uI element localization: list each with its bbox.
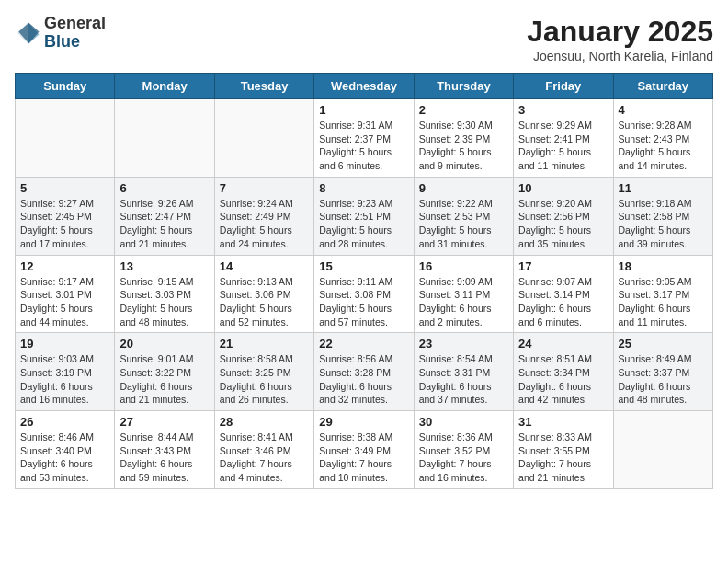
calendar-week-row: 19Sunrise: 9:03 AMSunset: 3:19 PMDayligh… xyxy=(16,333,713,411)
day-number: 13 xyxy=(119,259,209,273)
logo-text: General Blue xyxy=(44,15,106,52)
day-info: Sunrise: 9:05 AMSunset: 3:17 PMDaylight:… xyxy=(619,275,708,329)
day-info: Sunrise: 9:24 AMSunset: 2:49 PMDaylight:… xyxy=(220,197,309,251)
title-area: January 2025 Joensuu, North Karelia, Fin… xyxy=(527,15,713,63)
calendar-day-cell: 7Sunrise: 9:24 AMSunset: 2:49 PMDaylight… xyxy=(214,177,313,255)
calendar-day-cell: 1Sunrise: 9:31 AMSunset: 2:37 PMDaylight… xyxy=(314,99,414,178)
day-number: 17 xyxy=(518,259,608,273)
day-info: Sunrise: 8:46 AMSunset: 3:40 PMDaylight:… xyxy=(20,431,109,485)
day-info: Sunrise: 9:15 AMSunset: 3:03 PMDaylight:… xyxy=(119,275,209,329)
day-number: 23 xyxy=(419,337,508,350)
day-info: Sunrise: 9:26 AMSunset: 2:47 PMDaylight:… xyxy=(119,197,209,251)
calendar-day-cell: 28Sunrise: 8:41 AMSunset: 3:46 PMDayligh… xyxy=(214,411,313,489)
weekday-header-tuesday: Tuesday xyxy=(214,74,313,99)
weekday-header-sunday: Sunday xyxy=(16,74,115,99)
day-info: Sunrise: 8:56 AMSunset: 3:28 PMDaylight:… xyxy=(319,352,408,407)
day-info: Sunrise: 8:38 AMSunset: 3:49 PMDaylight:… xyxy=(319,431,408,485)
day-info: Sunrise: 8:54 AMSunset: 3:31 PMDaylight:… xyxy=(419,352,508,407)
calendar-day-cell: 15Sunrise: 9:11 AMSunset: 3:08 PMDayligh… xyxy=(314,255,414,333)
calendar-day-cell: 31Sunrise: 8:33 AMSunset: 3:55 PMDayligh… xyxy=(514,411,613,489)
day-number: 1 xyxy=(319,103,408,117)
logo: General Blue xyxy=(15,15,106,52)
calendar-day-cell: 29Sunrise: 8:38 AMSunset: 3:49 PMDayligh… xyxy=(314,411,414,489)
day-info: Sunrise: 9:22 AMSunset: 2:53 PMDaylight:… xyxy=(419,197,508,251)
day-info: Sunrise: 9:03 AMSunset: 3:19 PMDaylight:… xyxy=(20,352,109,407)
calendar-day-cell xyxy=(115,99,214,178)
day-number: 5 xyxy=(20,181,109,195)
calendar-day-cell: 8Sunrise: 9:23 AMSunset: 2:51 PMDaylight… xyxy=(314,177,414,255)
day-number: 14 xyxy=(220,259,309,273)
weekday-header-thursday: Thursday xyxy=(414,74,513,99)
calendar-table: SundayMondayTuesdayWednesdayThursdayFrid… xyxy=(15,73,713,489)
calendar-day-cell: 23Sunrise: 8:54 AMSunset: 3:31 PMDayligh… xyxy=(414,333,513,411)
day-number: 4 xyxy=(619,103,708,117)
day-number: 8 xyxy=(319,181,408,195)
calendar-day-cell: 19Sunrise: 9:03 AMSunset: 3:19 PMDayligh… xyxy=(16,333,115,411)
day-number: 2 xyxy=(419,103,508,117)
calendar-week-row: 12Sunrise: 9:17 AMSunset: 3:01 PMDayligh… xyxy=(16,255,713,333)
calendar-week-row: 5Sunrise: 9:27 AMSunset: 2:45 PMDaylight… xyxy=(16,177,713,255)
weekday-header-row: SundayMondayTuesdayWednesdayThursdayFrid… xyxy=(16,74,713,99)
weekday-header-monday: Monday xyxy=(115,74,214,99)
day-info: Sunrise: 9:09 AMSunset: 3:11 PMDaylight:… xyxy=(419,275,508,329)
day-number: 30 xyxy=(419,415,508,429)
day-number: 22 xyxy=(319,337,408,350)
calendar-week-row: 1Sunrise: 9:31 AMSunset: 2:37 PMDaylight… xyxy=(16,99,713,178)
day-info: Sunrise: 8:51 AMSunset: 3:34 PMDaylight:… xyxy=(518,352,608,407)
day-info: Sunrise: 9:28 AMSunset: 2:43 PMDaylight:… xyxy=(619,119,708,173)
day-number: 31 xyxy=(518,415,608,429)
calendar-day-cell: 2Sunrise: 9:30 AMSunset: 2:39 PMDaylight… xyxy=(414,99,513,178)
calendar-day-cell: 30Sunrise: 8:36 AMSunset: 3:52 PMDayligh… xyxy=(414,411,513,489)
calendar-day-cell: 20Sunrise: 9:01 AMSunset: 3:22 PMDayligh… xyxy=(115,333,214,411)
day-info: Sunrise: 9:31 AMSunset: 2:37 PMDaylight:… xyxy=(319,119,408,173)
calendar-day-cell: 24Sunrise: 8:51 AMSunset: 3:34 PMDayligh… xyxy=(514,333,613,411)
day-info: Sunrise: 9:29 AMSunset: 2:41 PMDaylight:… xyxy=(518,119,608,173)
day-number: 16 xyxy=(419,259,508,273)
calendar-week-row: 26Sunrise: 8:46 AMSunset: 3:40 PMDayligh… xyxy=(16,411,713,489)
month-title: January 2025 xyxy=(527,15,713,49)
logo-blue: Blue xyxy=(44,33,106,52)
calendar-day-cell: 27Sunrise: 8:44 AMSunset: 3:43 PMDayligh… xyxy=(115,411,214,489)
day-info: Sunrise: 9:20 AMSunset: 2:56 PMDaylight:… xyxy=(518,197,608,251)
logo-general: General xyxy=(44,15,106,33)
day-info: Sunrise: 8:36 AMSunset: 3:52 PMDaylight:… xyxy=(419,431,508,485)
day-info: Sunrise: 8:33 AMSunset: 3:55 PMDaylight:… xyxy=(518,431,608,485)
day-info: Sunrise: 9:23 AMSunset: 2:51 PMDaylight:… xyxy=(319,197,408,251)
day-info: Sunrise: 9:18 AMSunset: 2:58 PMDaylight:… xyxy=(619,197,708,251)
day-number: 10 xyxy=(518,181,608,195)
day-info: Sunrise: 8:41 AMSunset: 3:46 PMDaylight:… xyxy=(220,431,309,485)
day-number: 26 xyxy=(20,415,109,429)
day-number: 11 xyxy=(619,181,708,195)
calendar-day-cell: 17Sunrise: 9:07 AMSunset: 3:14 PMDayligh… xyxy=(514,255,613,333)
calendar-day-cell: 13Sunrise: 9:15 AMSunset: 3:03 PMDayligh… xyxy=(115,255,214,333)
calendar-day-cell xyxy=(214,99,313,178)
day-info: Sunrise: 9:27 AMSunset: 2:45 PMDaylight:… xyxy=(20,197,109,251)
day-number: 6 xyxy=(119,181,209,195)
day-info: Sunrise: 9:30 AMSunset: 2:39 PMDaylight:… xyxy=(419,119,508,173)
day-info: Sunrise: 9:01 AMSunset: 3:22 PMDaylight:… xyxy=(119,352,209,407)
calendar-day-cell: 3Sunrise: 9:29 AMSunset: 2:41 PMDaylight… xyxy=(514,99,613,178)
day-info: Sunrise: 9:07 AMSunset: 3:14 PMDaylight:… xyxy=(518,275,608,329)
day-info: Sunrise: 9:11 AMSunset: 3:08 PMDaylight:… xyxy=(319,275,408,329)
day-number: 25 xyxy=(619,337,708,350)
day-info: Sunrise: 8:44 AMSunset: 3:43 PMDaylight:… xyxy=(119,431,209,485)
calendar-day-cell: 14Sunrise: 9:13 AMSunset: 3:06 PMDayligh… xyxy=(214,255,313,333)
calendar-day-cell: 6Sunrise: 9:26 AMSunset: 2:47 PMDaylight… xyxy=(115,177,214,255)
day-number: 3 xyxy=(518,103,608,117)
calendar-day-cell: 18Sunrise: 9:05 AMSunset: 3:17 PMDayligh… xyxy=(613,255,712,333)
day-info: Sunrise: 9:13 AMSunset: 3:06 PMDaylight:… xyxy=(220,275,309,329)
weekday-header-wednesday: Wednesday xyxy=(314,74,414,99)
day-number: 27 xyxy=(119,415,209,429)
calendar-day-cell: 22Sunrise: 8:56 AMSunset: 3:28 PMDayligh… xyxy=(314,333,414,411)
day-info: Sunrise: 9:17 AMSunset: 3:01 PMDaylight:… xyxy=(20,275,109,329)
day-info: Sunrise: 8:58 AMSunset: 3:25 PMDaylight:… xyxy=(220,352,309,407)
logo-icon xyxy=(15,20,40,46)
day-number: 20 xyxy=(119,337,209,350)
day-info: Sunrise: 8:49 AMSunset: 3:37 PMDaylight:… xyxy=(619,352,708,407)
calendar-day-cell: 10Sunrise: 9:20 AMSunset: 2:56 PMDayligh… xyxy=(514,177,613,255)
calendar-day-cell: 9Sunrise: 9:22 AMSunset: 2:53 PMDaylight… xyxy=(414,177,513,255)
calendar-day-cell xyxy=(613,411,712,489)
day-number: 28 xyxy=(220,415,309,429)
calendar-day-cell: 25Sunrise: 8:49 AMSunset: 3:37 PMDayligh… xyxy=(613,333,712,411)
calendar-day-cell: 16Sunrise: 9:09 AMSunset: 3:11 PMDayligh… xyxy=(414,255,513,333)
